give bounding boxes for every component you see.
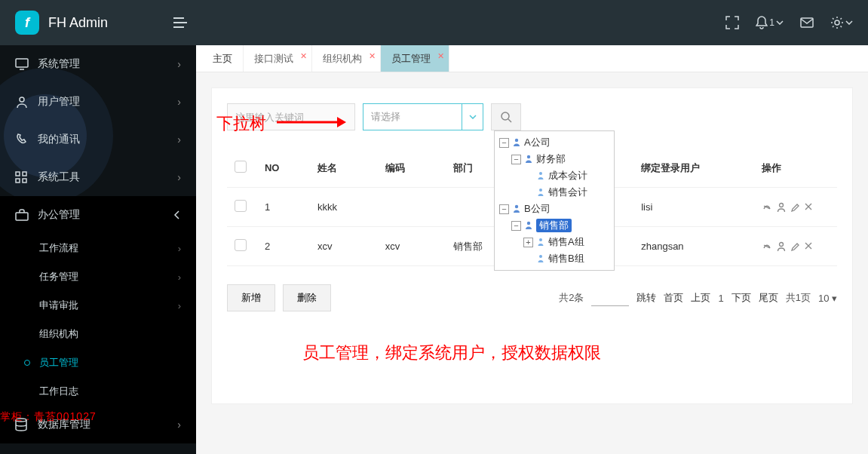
person-icon (535, 170, 546, 181)
notifications-button[interactable]: 1 (756, 16, 784, 29)
pager-last[interactable]: 尾页 (759, 291, 778, 305)
svg-rect-11 (23, 179, 26, 183)
row-checkbox[interactable] (235, 200, 247, 212)
tree-label: 成本会计 (548, 169, 587, 183)
sidebar-label: 我的通讯 (38, 133, 177, 146)
brand: f FH Admin (15, 11, 166, 35)
pager-size-select[interactable]: 10 ▾ (818, 293, 837, 304)
pager-pages: 共1页 (786, 291, 811, 305)
tab-api-test[interactable]: 接口测试✕ (244, 45, 312, 72)
cell-code (378, 188, 446, 227)
tree-toggle-icon[interactable]: − (499, 138, 509, 148)
pager-jump-input[interactable] (591, 290, 629, 306)
delete-action[interactable] (804, 202, 813, 213)
sidebar-submenu-office: 工作流程› 任务管理› 申请审批› 组织机构 员工管理 工作日志 (0, 234, 196, 406)
tree-toggle-icon[interactable]: + (523, 238, 533, 247)
row-actions (762, 241, 830, 252)
chevron-right-icon: › (177, 96, 181, 108)
edit-action[interactable] (790, 202, 799, 213)
pager-first[interactable]: 首页 (664, 291, 683, 305)
tree-toggle-icon[interactable]: − (511, 155, 521, 164)
sidebar-item-contacts[interactable]: 我的通讯 › (0, 121, 196, 158)
row-checkbox[interactable] (235, 239, 247, 251)
sidebar-item-db[interactable]: 数据库管理 › (0, 406, 196, 443)
pager-prev[interactable]: 上页 (691, 291, 710, 305)
keyword-input[interactable] (227, 103, 355, 130)
tree-toggle-icon[interactable]: − (511, 221, 521, 231)
tab-org[interactable]: 组织机构✕ (312, 45, 381, 72)
sidebar-item-system[interactable]: 系统管理 › (0, 45, 196, 83)
dept-combo[interactable]: 请选择 −A公司−财务部成本会计销售会计−B公司−销售部+销售A组销售B组 (363, 103, 483, 130)
tree-node[interactable]: 成本会计 (499, 167, 609, 184)
sub-item-org[interactable]: 组织机构 (0, 320, 196, 348)
cell-no: 1 (257, 188, 310, 227)
dept-tree-dropdown[interactable]: −A公司−财务部成本会计销售会计−B公司−销售部+销售A组销售B组 (494, 130, 615, 271)
chevron-down-icon[interactable] (462, 104, 483, 130)
tree-node[interactable]: 销售B组 (499, 250, 609, 267)
main-area: 主页 接口测试✕ 组织机构✕ 员工管理✕ 请选择 −A (196, 45, 868, 454)
sub-item-staff[interactable]: 员工管理 (0, 348, 196, 377)
svg-rect-5 (16, 59, 28, 67)
tree-node[interactable]: −A公司 (499, 134, 609, 151)
messages-button[interactable] (800, 17, 814, 28)
sidebar-label: 系统管理 (38, 57, 177, 71)
tree-node[interactable]: −销售部 (499, 217, 609, 234)
pagination: 共2条 跳转 首页 上页 1 下页 尾页 共1页 10 ▾ (559, 290, 837, 306)
add-button[interactable]: 新增 (227, 284, 275, 311)
chevron-right-icon: › (177, 419, 181, 431)
cell-user: lisi (633, 188, 754, 227)
tab-home[interactable]: 主页 (202, 45, 244, 72)
tree-label: 销售A组 (548, 235, 584, 249)
close-icon[interactable]: ✕ (369, 51, 376, 61)
user-action[interactable] (777, 241, 786, 252)
svg-point-7 (20, 97, 24, 102)
org-icon (523, 154, 534, 164)
tree-node[interactable]: −财务部 (499, 151, 609, 167)
tab-staff[interactable]: 员工管理✕ (381, 45, 449, 72)
pager-jump[interactable]: 跳转 (636, 291, 656, 305)
edit-action[interactable] (790, 241, 799, 252)
tree-node[interactable]: 销售会计 (499, 184, 609, 201)
page-tabs: 主页 接口测试✕ 组织机构✕ 员工管理✕ (196, 45, 868, 72)
settings-button[interactable] (830, 16, 853, 29)
tree-node[interactable]: +销售A组 (499, 234, 609, 250)
fullscreen-button[interactable] (725, 16, 739, 29)
col-binduser: 绑定登录用户 (633, 149, 754, 188)
svg-point-21 (539, 255, 542, 258)
svg-rect-9 (23, 172, 26, 176)
sub-item-tasks[interactable]: 任务管理› (0, 262, 196, 291)
close-icon[interactable]: ✕ (437, 51, 444, 61)
sub-item-workflow[interactable]: 工作流程› (0, 234, 196, 262)
chevron-down-icon (173, 210, 179, 219)
sidebar-item-user[interactable]: 用户管理 › (0, 83, 196, 121)
sub-item-approval[interactable]: 申请审批› (0, 291, 196, 320)
sidebar-label: 办公管理 (38, 208, 172, 222)
setting-action[interactable] (762, 241, 772, 252)
person-icon (535, 237, 546, 247)
sidebar-label: 用户管理 (38, 95, 177, 109)
sidebar: 系统管理 › 用户管理 › 我的通讯 › 系统工具 › 办公管理 (0, 45, 196, 454)
svg-point-26 (779, 203, 783, 207)
user-action[interactable] (777, 202, 786, 213)
pager-next[interactable]: 下页 (732, 291, 751, 305)
sidebar-toggle-button[interactable] (166, 17, 196, 29)
sidebar-item-tools[interactable]: 系统工具 › (0, 158, 196, 196)
delete-button[interactable]: 删除 (283, 284, 331, 311)
svg-point-17 (539, 189, 542, 192)
app-header: f FH Admin 1 (0, 0, 868, 45)
close-icon[interactable]: ✕ (300, 51, 307, 61)
sidebar-item-office[interactable]: 办公管理 (0, 196, 196, 234)
cell-user: zhangsan (633, 227, 754, 266)
sub-item-worklog[interactable]: 工作日志 (0, 377, 196, 406)
svg-point-14 (515, 139, 518, 142)
select-all-checkbox[interactable] (235, 161, 247, 173)
setting-action[interactable] (762, 202, 772, 213)
delete-action[interactable] (804, 241, 813, 252)
tree-node[interactable]: −B公司 (499, 201, 609, 217)
tree-toggle-icon[interactable]: − (499, 204, 509, 214)
person-icon (535, 253, 546, 264)
svg-point-16 (539, 172, 542, 175)
row-actions (762, 202, 830, 213)
search-button[interactable] (491, 103, 521, 130)
grid-icon (15, 171, 33, 183)
